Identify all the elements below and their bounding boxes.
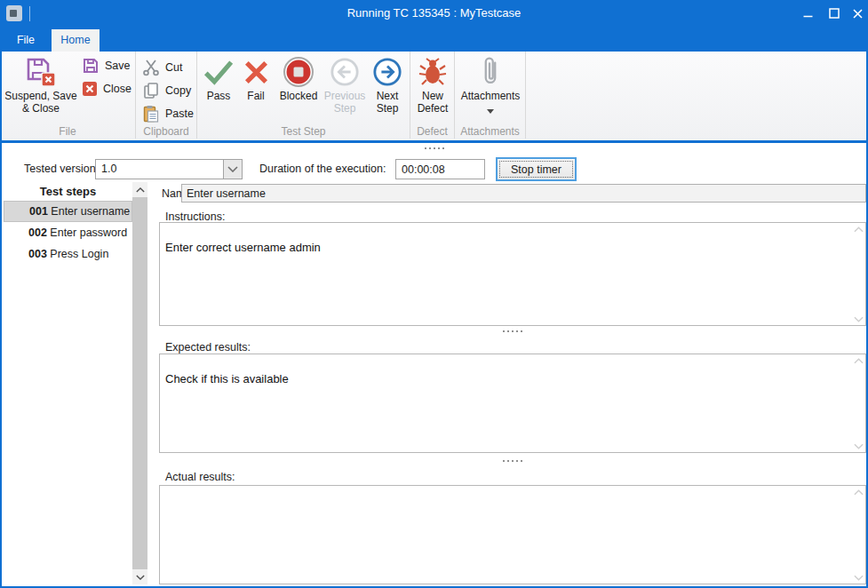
scroll-down-arrow-icon[interactable] <box>853 574 864 581</box>
cut-label: Cut <box>165 61 182 74</box>
suspend-save-close-button[interactable]: Suspend, Save & Close <box>4 55 78 115</box>
duration-input[interactable] <box>395 159 485 179</box>
next-step-button[interactable]: Next Step <box>368 55 407 115</box>
window-title: Running TC 135345 : MyTestcase <box>0 0 868 27</box>
scroll-up-arrow-icon[interactable] <box>853 357 864 364</box>
expected-results-label: Expected results: <box>165 341 251 354</box>
paste-icon <box>142 105 160 123</box>
instructions-label: Instructions: <box>165 211 225 223</box>
expected-splitter-handle[interactable] <box>159 460 866 462</box>
fail-x-icon <box>243 55 269 89</box>
cut-button[interactable]: Cut <box>142 57 182 78</box>
chevron-up-icon <box>136 187 145 193</box>
stop-timer-button[interactable]: Stop timer <box>496 157 577 181</box>
previous-step-button[interactable]: Previous Step <box>322 55 368 115</box>
copy-icon <box>142 82 160 99</box>
step-number: 002 <box>28 226 47 239</box>
test-step-item-2[interactable]: 002 Enter password <box>4 222 132 243</box>
scrollbar-up-button[interactable] <box>132 182 147 197</box>
step-label: Enter username <box>51 205 130 218</box>
actual-results-label: Actual results: <box>165 471 235 483</box>
attachments-label: Attachments <box>461 91 521 103</box>
bug-icon <box>418 55 447 89</box>
instructions-splitter-handle[interactable] <box>159 330 866 332</box>
tested-version-value: 1.0 <box>96 160 223 179</box>
suspend-save-close-label: Suspend, Save & Close <box>4 91 78 115</box>
fail-button[interactable]: Fail <box>238 55 274 103</box>
ribbon-group-test-step: Pass Fail Blocked <box>197 52 410 139</box>
new-defect-button[interactable]: New Defect <box>412 55 453 115</box>
actual-results-box <box>159 485 866 584</box>
attachments-button[interactable]: Attachments <box>457 55 524 114</box>
step-number: 003 <box>28 248 47 260</box>
group-label-test-step: Test Step <box>197 125 410 138</box>
pass-label: Pass <box>207 91 231 103</box>
test-step-item-1[interactable]: 001 Enter username <box>4 201 132 222</box>
copy-button[interactable]: Copy <box>142 80 191 101</box>
scroll-up-arrow-icon[interactable] <box>853 489 864 496</box>
ribbon-group-defect: New Defect Defect <box>410 52 455 139</box>
app-window: Running TC 135345 : MyTestcase File Home <box>0 0 868 588</box>
blocked-button[interactable]: Blocked <box>275 55 322 103</box>
tested-version-combobox[interactable]: 1.0 <box>95 159 243 179</box>
name-field[interactable] <box>181 184 866 203</box>
save-icon <box>82 57 100 75</box>
tab-file[interactable]: File <box>7 29 44 52</box>
close-icon <box>853 9 863 19</box>
steps-scrollbar[interactable] <box>132 182 147 584</box>
chevron-down-icon <box>136 575 145 580</box>
scrollbar-thumb[interactable] <box>132 197 147 569</box>
close-window-button[interactable] <box>848 0 867 27</box>
new-defect-label: New Defect <box>412 91 453 115</box>
next-step-arrow-icon <box>372 55 402 89</box>
scroll-up-arrow-icon[interactable] <box>853 226 864 233</box>
paperclip-icon <box>481 55 500 89</box>
instructions-textarea[interactable]: Enter correct username admin <box>160 223 865 325</box>
group-label-clipboard: Clipboard <box>136 125 196 138</box>
instructions-box: Enter correct username admin <box>159 222 866 326</box>
scrollbar-down-button[interactable] <box>132 569 147 584</box>
previous-step-label: Previous Step <box>322 91 368 115</box>
group-label-attachments: Attachments <box>455 125 525 138</box>
tested-version-label: Tested version: <box>24 159 99 179</box>
tab-home[interactable]: Home <box>52 29 100 52</box>
blocked-label: Blocked <box>280 91 318 103</box>
close-label: Close <box>103 83 131 95</box>
attachments-caret-down-icon[interactable] <box>487 109 494 114</box>
ribbon-tab-row: File Home <box>0 27 868 52</box>
paste-button[interactable]: Paste <box>142 103 194 124</box>
maximize-icon <box>829 8 840 19</box>
ribbon-group-clipboard: Cut Copy Paste Clipboard <box>136 52 197 139</box>
title-bar: Running TC 135345 : MyTestcase <box>0 0 868 27</box>
copy-label: Copy <box>165 84 191 97</box>
save-button[interactable]: Save <box>82 55 131 76</box>
scissors-icon <box>142 59 160 76</box>
minimize-button[interactable] <box>796 0 819 27</box>
test-step-item-3[interactable]: 003 Press Login <box>4 243 132 265</box>
scroll-down-arrow-icon[interactable] <box>853 442 864 449</box>
previous-step-arrow-icon <box>330 55 360 89</box>
fail-label: Fail <box>247 91 264 103</box>
suspend-save-close-icon <box>25 55 57 89</box>
combobox-dropdown-button[interactable] <box>223 160 242 179</box>
expected-results-box: Check if this is available <box>159 354 866 453</box>
ribbon-group-file: Suspend, Save & Close Save Close File <box>0 52 136 139</box>
step-label: Enter password <box>50 226 127 239</box>
duration-label: Duration of the execution: <box>259 159 386 179</box>
group-label-defect: Defect <box>410 125 454 138</box>
horizontal-splitter-handle[interactable] <box>2 147 866 149</box>
step-number: 001 <box>29 205 48 218</box>
chevron-down-icon <box>227 166 238 172</box>
close-button[interactable]: Close <box>82 78 131 99</box>
step-label: Press Login <box>50 248 108 260</box>
actual-results-textarea[interactable] <box>160 486 865 584</box>
expected-results-textarea[interactable]: Check if this is available <box>160 354 865 452</box>
ribbon: Suspend, Save & Close Save Close File <box>0 52 868 143</box>
maximize-button[interactable] <box>823 0 846 27</box>
next-step-label: Next Step <box>368 91 407 115</box>
scroll-down-arrow-icon[interactable] <box>853 315 864 322</box>
pass-button[interactable]: Pass <box>199 55 238 103</box>
group-label-file: File <box>0 125 135 138</box>
pass-check-icon <box>203 55 234 89</box>
test-steps-header: Test steps <box>4 182 132 202</box>
